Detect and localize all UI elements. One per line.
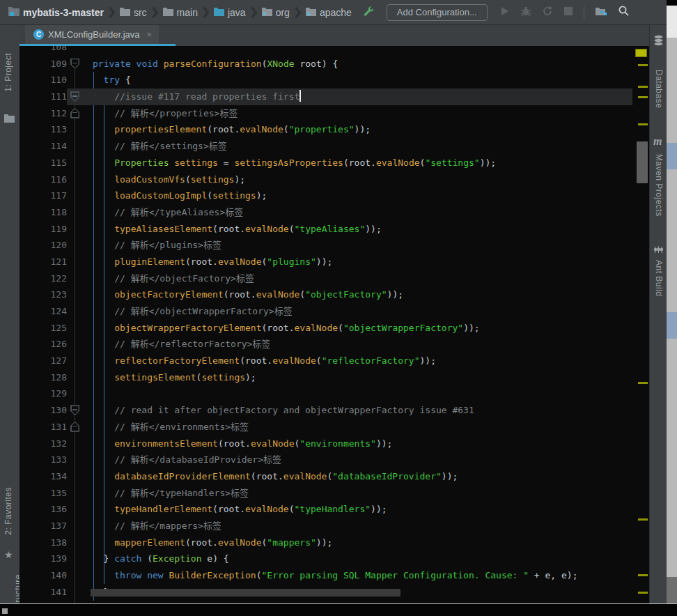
line-number[interactable]: 126 — [20, 336, 67, 353]
fold-marker-icon[interactable] — [70, 108, 79, 118]
code-line[interactable]: 134databaseIdProviderElement(root.evalNo… — [20, 468, 649, 485]
code-line[interactable]: 109private void parseConfiguration(XNode… — [20, 56, 649, 72]
code-line[interactable]: 122// 解析</objectFactory>标签 — [20, 270, 649, 287]
line-number[interactable]: 138 — [20, 534, 67, 551]
code-line[interactable]: 117loadCustomLogImpl(settings); — [20, 187, 649, 204]
code-line[interactable]: 120// 解析</plugins>标签 — [20, 237, 649, 254]
line-number[interactable]: 139 — [20, 550, 67, 567]
code-line[interactable]: 140throw new BuilderException("Error par… — [20, 567, 649, 584]
line-number[interactable]: 132 — [20, 436, 67, 452]
line-number[interactable]: 130 — [20, 402, 67, 419]
stop-icon[interactable] — [563, 6, 573, 19]
search-icon[interactable] — [618, 5, 630, 20]
code-line[interactable]: 118// 解析</typeAliases>标签 — [20, 204, 649, 221]
line-number[interactable]: 134 — [20, 468, 67, 485]
vertical-scrollbar[interactable] — [637, 141, 648, 183]
code-editor[interactable]: 108109private void parseConfiguration(XN… — [20, 46, 649, 603]
breadcrumb-item-java[interactable]: java — [211, 7, 249, 18]
bottom-corner-icon[interactable] — [2, 608, 8, 614]
fold-marker-icon[interactable] — [70, 59, 79, 69]
line-number[interactable]: 110 — [20, 72, 67, 88]
line-number[interactable]: 124 — [20, 303, 67, 320]
line-number[interactable]: 125 — [20, 320, 67, 337]
line-number[interactable]: 108 — [20, 46, 67, 56]
code-line[interactable]: 108 — [20, 46, 649, 56]
line-number[interactable]: 137 — [20, 518, 67, 534]
line-number[interactable]: 117 — [20, 187, 67, 204]
breadcrumb-item-main[interactable]: main — [160, 7, 201, 18]
code-line[interactable]: 115Properties settings = settingsAsPrope… — [20, 155, 649, 171]
line-number[interactable]: 141 — [20, 584, 67, 601]
line-number[interactable]: 129 — [20, 385, 67, 402]
code-line[interactable]: 126// 解析</reflectorFactory>标签 — [20, 336, 649, 353]
breadcrumb-item-apache[interactable]: apache — [303, 7, 355, 18]
run-icon[interactable] — [499, 6, 510, 20]
code-line[interactable]: 121pluginElement(root.evalNode("plugins"… — [20, 254, 649, 270]
code-line[interactable]: 113propertiesElement(root.evalNode("prop… — [20, 121, 649, 138]
tool-button-database[interactable]: Database — [654, 70, 664, 108]
run-configuration-selector[interactable]: Add Configuration... — [387, 4, 488, 21]
code-line[interactable]: 110try { — [20, 72, 649, 88]
code-line[interactable]: 128settingsElement(settings); — [20, 369, 649, 386]
line-number[interactable]: 113 — [20, 121, 67, 138]
code-line[interactable]: 116loadCustomVfs(settings); — [20, 171, 649, 188]
code-line[interactable]: 130// read it after objectFactory and ob… — [20, 402, 649, 419]
inspection-indicator[interactable] — [635, 49, 647, 57]
code-line[interactable]: 123objectFactoryElement(root.evalNode("o… — [20, 286, 649, 303]
code-line[interactable]: 139} catch (Exception e) { — [20, 550, 649, 567]
code-line[interactable]: 129 — [20, 385, 649, 402]
fold-marker-icon[interactable] — [70, 91, 79, 102]
line-number[interactable]: 112 — [20, 105, 67, 122]
breadcrumb-item-src[interactable]: src — [117, 7, 150, 18]
line-number[interactable]: 131 — [20, 419, 67, 436]
line-number[interactable]: 136 — [20, 501, 67, 518]
horizontal-scrollbar[interactable] — [91, 589, 400, 596]
line-number[interactable]: 123 — [20, 286, 67, 303]
line-number[interactable]: 109 — [20, 56, 67, 72]
tab-xmlconfigbuilder[interactable]: C XMLConfigBuilder.java × — [25, 25, 159, 44]
line-number[interactable]: 122 — [20, 270, 67, 287]
line-number[interactable]: 121 — [20, 254, 67, 270]
line-number[interactable]: 128 — [20, 369, 67, 386]
line-number[interactable]: 133 — [20, 452, 67, 468]
line-number[interactable]: 114 — [20, 138, 67, 155]
code-line[interactable]: 125objectWrapperFactoryElement(root.eval… — [20, 320, 649, 337]
code-line[interactable]: 137// 解析</mappers>标签 — [20, 518, 649, 534]
code-line[interactable]: 111//issue #117 read properties first — [20, 88, 649, 105]
code-line[interactable]: 119typeAliasesElement(root.evalNode("typ… — [20, 221, 649, 238]
line-number[interactable]: 120 — [20, 237, 67, 254]
debug-icon[interactable] — [520, 6, 531, 20]
line-number[interactable]: 119 — [20, 221, 67, 238]
code-line[interactable]: 136typeHandlerElement(root.evalNode("typ… — [20, 501, 649, 518]
line-number[interactable]: 115 — [20, 155, 67, 171]
breadcrumb-item-org[interactable]: org — [259, 7, 293, 18]
code-line[interactable]: 138mapperElement(root.evalNode("mappers"… — [20, 534, 649, 551]
line-number[interactable]: 116 — [20, 171, 67, 188]
left-tool-stripe: 1: Project 2: Favorites ★ 7: Structure — [0, 25, 20, 603]
line-number[interactable]: 140 — [20, 567, 67, 584]
tool-button-maven-projects[interactable]: Maven Projects — [654, 154, 664, 217]
code-line[interactable]: 132environmentsElement(root.evalNode("en… — [20, 436, 649, 452]
tool-button-favorites[interactable]: 2: Favorites — [3, 487, 13, 535]
fold-marker-icon[interactable] — [70, 405, 79, 415]
code-line[interactable]: 135// 解析</typeHandlers>标签 — [20, 485, 649, 502]
tool-button-project[interactable]: 1: Project — [3, 53, 13, 92]
code-line[interactable]: 127reflectorFactoryElement(root.evalNode… — [20, 353, 649, 369]
breadcrumb-item-mybatis-3-master[interactable]: mybatis-3-master — [6, 6, 107, 18]
profiler-icon[interactable] — [542, 6, 553, 20]
line-number[interactable]: 111 — [20, 88, 67, 105]
project-structure-icon[interactable] — [595, 6, 607, 20]
code-line[interactable]: 112// 解析</properties>标签 — [20, 105, 649, 122]
build-wrench-icon[interactable] — [361, 4, 375, 21]
line-number[interactable]: 118 — [20, 204, 67, 221]
code-line[interactable]: 133// 解析</databaseIdProvider>标签 — [20, 452, 649, 468]
tool-button-ant-build[interactable]: Ant Build — [654, 260, 664, 297]
fold-marker-icon[interactable] — [70, 603, 79, 603]
tab-close-icon[interactable]: × — [144, 29, 153, 40]
code-line[interactable]: 114// 解析</settings>标签 — [20, 138, 649, 155]
fold-marker-icon[interactable] — [70, 422, 79, 432]
code-line[interactable]: 124// 解析</objectWrapperFactory>标签 — [20, 303, 649, 320]
code-line[interactable]: 131// 解析</environments>标签 — [20, 419, 649, 436]
line-number[interactable]: 135 — [20, 485, 67, 502]
line-number[interactable]: 127 — [20, 353, 67, 369]
